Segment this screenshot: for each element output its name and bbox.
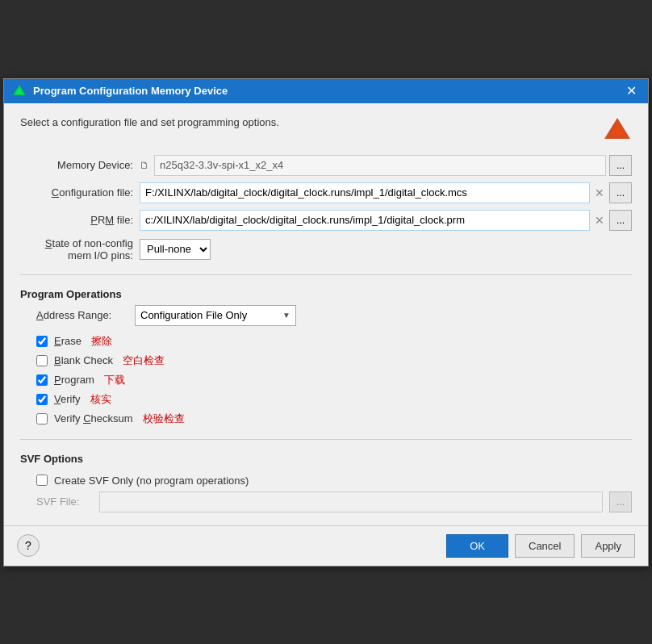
svf-options-section: SVF Options Create SVF Only (no program … bbox=[20, 453, 632, 512]
config-file-input-wrap: ✕ ... bbox=[140, 182, 632, 203]
title-bar-left: Program Configuration Memory Device bbox=[12, 84, 228, 98]
memory-device-label: Memory Device: bbox=[20, 159, 133, 171]
program-operations-section: Program Operations Address Range: Config… bbox=[20, 288, 632, 426]
blank-check-label[interactable]: Blank Check bbox=[54, 354, 113, 366]
svf-file-label: SVF File: bbox=[36, 496, 93, 508]
state-label: State of non-config mem I/O pins: bbox=[20, 237, 133, 261]
address-range-row: Address Range: Configuration File OnlyEn… bbox=[36, 305, 632, 326]
ok-button[interactable]: OK bbox=[446, 534, 508, 558]
verify-label[interactable]: Verify bbox=[54, 393, 81, 405]
svf-browse-button: ... bbox=[609, 491, 632, 512]
create-svf-checkbox[interactable] bbox=[36, 475, 48, 486]
config-file-browse-button[interactable]: ... bbox=[609, 182, 632, 203]
prm-file-clear-button[interactable]: ✕ bbox=[593, 214, 606, 227]
erase-row: Erase 擦除 bbox=[36, 334, 632, 349]
header-area: Select a configuration file and set prog… bbox=[20, 116, 632, 145]
prm-file-row: PRM file: ✕ ... bbox=[20, 210, 632, 231]
memory-device-input[interactable] bbox=[154, 155, 606, 176]
prm-file-input[interactable] bbox=[140, 210, 590, 231]
bottom-bar: ? OK Cancel Apply bbox=[4, 525, 648, 566]
prm-file-input-wrap: ✕ ... bbox=[140, 210, 632, 231]
prm-file-label: PRM file: bbox=[20, 214, 133, 226]
device-icon: 🗋 bbox=[140, 160, 149, 171]
prm-file-browse-button[interactable]: ... bbox=[609, 210, 632, 231]
svf-options-title: SVF Options bbox=[20, 453, 632, 465]
svf-file-row: SVF File: ... bbox=[20, 491, 632, 512]
state-row: State of non-config mem I/O pins: Pull-n… bbox=[20, 237, 632, 261]
program-annotation: 下载 bbox=[104, 373, 125, 387]
dialog-body: Select a configuration file and set prog… bbox=[4, 103, 648, 525]
verify-checksum-annotation: 校验检查 bbox=[143, 412, 185, 426]
blank-check-checkbox[interactable] bbox=[36, 355, 48, 366]
memory-device-input-wrap: 🗋 ... bbox=[140, 155, 632, 176]
dialog-title: Program Configuration Memory Device bbox=[33, 85, 228, 97]
program-label[interactable]: Program bbox=[54, 374, 94, 386]
app-icon bbox=[12, 84, 27, 98]
blank-check-row: Blank Check 空白检查 bbox=[36, 353, 632, 368]
create-svf-row: Create SVF Only (no program operations) bbox=[36, 475, 632, 487]
program-operations-content: Address Range: Configuration File OnlyEn… bbox=[20, 305, 632, 426]
erase-annotation: 擦除 bbox=[91, 334, 112, 349]
verify-annotation: 核实 bbox=[90, 392, 111, 407]
form-fields: Memory Device: 🗋 ... Configuration file:… bbox=[20, 155, 632, 261]
subtitle-text: Select a configuration file and set prog… bbox=[20, 116, 279, 128]
blank-check-annotation: 空白检查 bbox=[123, 353, 165, 368]
erase-label[interactable]: Erase bbox=[54, 335, 82, 347]
title-bar: Program Configuration Memory Device ✕ bbox=[4, 79, 648, 103]
program-operations-title: Program Operations bbox=[20, 288, 632, 300]
action-buttons: OK Cancel Apply bbox=[446, 534, 635, 558]
chevron-down-icon: ▼ bbox=[282, 311, 290, 320]
program-checkbox[interactable] bbox=[36, 374, 48, 386]
state-select[interactable]: Pull-nonePull-upPull-downFloat bbox=[140, 239, 211, 260]
divider-2 bbox=[20, 439, 632, 440]
verify-checkbox[interactable] bbox=[36, 394, 48, 405]
address-range-label: Address Range: bbox=[36, 309, 125, 321]
apply-button[interactable]: Apply bbox=[581, 534, 635, 558]
memory-device-row: Memory Device: 🗋 ... bbox=[20, 155, 632, 176]
divider-1 bbox=[20, 274, 632, 275]
create-svf-label[interactable]: Create SVF Only (no program operations) bbox=[54, 475, 249, 487]
cancel-button[interactable]: Cancel bbox=[515, 534, 575, 558]
verify-row: Verify 核实 bbox=[36, 392, 632, 407]
svf-file-input bbox=[99, 491, 603, 512]
config-file-clear-button[interactable]: ✕ bbox=[593, 186, 606, 199]
address-range-select[interactable]: Configuration File OnlyEntire Configurat… bbox=[140, 309, 279, 321]
verify-checksum-row: Verify Checksum 校验检查 bbox=[36, 412, 632, 426]
memory-device-browse-button[interactable]: ... bbox=[609, 155, 632, 176]
verify-checksum-checkbox[interactable] bbox=[36, 413, 48, 424]
close-button[interactable]: ✕ bbox=[623, 85, 640, 98]
address-range-dropdown-wrap: Configuration File OnlyEntire Configurat… bbox=[135, 305, 296, 326]
xilinx-logo bbox=[603, 116, 632, 145]
svf-create-row: Create SVF Only (no program operations) bbox=[20, 475, 632, 487]
program-row: Program 下载 bbox=[36, 373, 632, 387]
verify-checksum-label[interactable]: Verify Checksum bbox=[54, 412, 133, 424]
config-file-input[interactable] bbox=[140, 182, 590, 203]
main-dialog: Program Configuration Memory Device ✕ Se… bbox=[3, 78, 649, 567]
config-file-row: Configuration file: ✕ ... bbox=[20, 182, 632, 203]
erase-checkbox[interactable] bbox=[36, 336, 48, 347]
state-dropdown-container: Pull-nonePull-upPull-downFloat bbox=[140, 239, 211, 260]
config-file-label: Configuration file: bbox=[20, 186, 133, 199]
help-button[interactable]: ? bbox=[17, 534, 40, 557]
config-file-label-text: Configuration file: bbox=[52, 186, 133, 199]
